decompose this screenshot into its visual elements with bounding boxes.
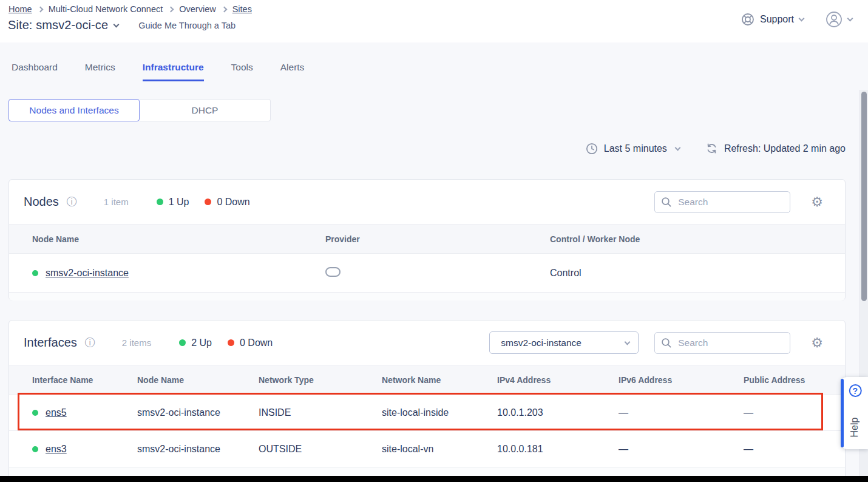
- main-tabs: Dashboard Metrics Infrastructure Tools A…: [12, 62, 304, 81]
- col-public-address: Public Address: [744, 375, 845, 385]
- chevron-down-icon: [799, 16, 805, 22]
- breadcrumb-overview[interactable]: Overview: [179, 4, 215, 14]
- node-name-link[interactable]: smsv2-oci-instance: [46, 268, 129, 279]
- search-icon: [661, 338, 672, 348]
- breadcrumb-home[interactable]: Home: [8, 4, 32, 14]
- interfaces-status-summary: 2 Up 0 Down: [179, 338, 273, 348]
- interfaces-down-count: 0 Down: [240, 338, 273, 348]
- sub-tabs: Nodes and Interfaces DHCP: [8, 99, 271, 121]
- oracle-provider-icon: [325, 267, 341, 277]
- guide-me-link[interactable]: Guide Me Through a Tab: [138, 21, 236, 30]
- node-status-dot: [32, 270, 38, 276]
- tab-infrastructure[interactable]: Infrastructure: [143, 62, 204, 81]
- cell-ipv6: —: [619, 407, 744, 418]
- chevron-right-icon: [37, 7, 43, 13]
- interface-name-link[interactable]: ens3: [46, 444, 67, 455]
- interface-status-dot: [32, 410, 38, 416]
- col-provider: Provider: [325, 234, 550, 244]
- subtab-dhcp[interactable]: DHCP: [140, 99, 271, 121]
- cell-node-name: smsv2-oci-instance: [137, 444, 259, 455]
- refresh-toolbar: Last 5 minutes Refresh: Updated 2 min ag…: [586, 142, 846, 155]
- cell-public: —: [744, 407, 845, 418]
- title-row: Site: smsv2-oci-ce Guide Me Through a Ta…: [8, 18, 236, 32]
- down-status-dot: [228, 339, 234, 346]
- node-role-value: Control: [550, 268, 845, 279]
- up-status-dot: [157, 199, 163, 205]
- cell-network-name: site-local-inside: [382, 407, 497, 418]
- time-range-value: Last 5 minutes: [604, 143, 667, 154]
- account-menu[interactable]: [826, 11, 852, 28]
- info-icon[interactable]: ⓘ: [67, 195, 77, 209]
- refresh-icon: [705, 142, 718, 155]
- node-filter-dropdown[interactable]: smsv2-oci-instance: [489, 331, 639, 354]
- nodes-table-header: Node Name Provider Control / Worker Node: [9, 224, 845, 253]
- nodes-down-count: 0 Down: [217, 197, 249, 208]
- breadcrumb-sites[interactable]: Sites: [232, 4, 252, 14]
- interfaces-title: Interfaces: [24, 336, 77, 350]
- support-label: Support: [760, 14, 794, 25]
- interfaces-settings-gear-icon[interactable]: ⚙: [811, 336, 823, 350]
- app-root: Home Multi-Cloud Network Connect Overvie…: [0, 0, 868, 482]
- interface-status-dot: [32, 446, 38, 452]
- header-actions: Support: [741, 11, 852, 28]
- col-node-name: Node Name: [32, 234, 325, 244]
- nodes-item-count: 1 item: [104, 197, 129, 207]
- cell-public: —: [744, 444, 845, 455]
- col-node-name: Node Name: [137, 375, 259, 385]
- cell-network-type: INSIDE: [259, 407, 382, 418]
- cell-network-type: OUTSIDE: [259, 444, 382, 455]
- nodes-search-input[interactable]: [677, 196, 774, 208]
- user-avatar-icon: [826, 11, 843, 28]
- col-network-name: Network Name: [382, 375, 497, 385]
- col-control-worker: Control / Worker Node: [550, 234, 845, 244]
- page-header: Home Multi-Cloud Network Connect Overvie…: [0, 0, 868, 42]
- nodes-search-box[interactable]: [654, 191, 790, 213]
- page-title: Site: smsv2-oci-ce: [8, 18, 108, 32]
- lifebuoy-icon: [741, 13, 754, 26]
- nodes-settings-gear-icon[interactable]: ⚙: [811, 195, 823, 209]
- breadcrumb-mcn[interactable]: Multi-Cloud Network Connect: [49, 4, 163, 14]
- nodes-table-row: smsv2-oci-instance Control: [9, 253, 845, 292]
- time-range-selector[interactable]: Last 5 minutes: [586, 143, 680, 155]
- help-accent-bar: [841, 379, 844, 447]
- subtab-nodes-and-interfaces[interactable]: Nodes and Interfaces: [8, 99, 140, 121]
- interfaces-search-input[interactable]: [677, 337, 774, 349]
- cell-network-name: site-local-vn: [382, 444, 497, 455]
- tab-metrics[interactable]: Metrics: [85, 62, 115, 81]
- refresh-button[interactable]: Refresh: Updated 2 min ago: [705, 142, 846, 155]
- tab-dashboard[interactable]: Dashboard: [12, 62, 58, 81]
- search-icon: [661, 197, 672, 208]
- nodes-table-footer: [9, 292, 845, 300]
- chevron-down-icon: [625, 339, 631, 345]
- node-filter-value: smsv2-oci-instance: [501, 338, 581, 348]
- chevron-right-icon: [168, 7, 174, 13]
- info-icon[interactable]: ⓘ: [85, 336, 95, 350]
- help-tab[interactable]: ? Help: [841, 377, 868, 449]
- tab-alerts[interactable]: Alerts: [280, 62, 305, 81]
- tab-tools[interactable]: Tools: [231, 62, 253, 81]
- interfaces-search-box[interactable]: [654, 332, 790, 354]
- interface-name-link[interactable]: ens5: [46, 407, 67, 418]
- help-label: Help: [849, 418, 860, 438]
- col-ipv6-address: IPv6 Address: [619, 375, 744, 385]
- chevron-down-icon: [847, 16, 853, 22]
- cell-ipv4: 10.0.0.181: [497, 444, 619, 455]
- nodes-up-count: 1 Up: [169, 197, 189, 208]
- col-network-type: Network Type: [259, 375, 382, 385]
- question-mark-icon: ?: [849, 384, 861, 397]
- site-dropdown-chevron-icon[interactable]: [114, 21, 120, 27]
- vertical-scrollbar-thumb[interactable]: [861, 92, 867, 301]
- interfaces-panel: Interfaces ⓘ 2 items 2 Up 0 Down smsv2-o…: [8, 320, 846, 479]
- down-status-dot: [205, 199, 211, 205]
- interfaces-table-header: Interface Name Node Name Network Type Ne…: [9, 365, 845, 394]
- support-menu[interactable]: Support: [741, 13, 804, 26]
- nodes-panel-header: Nodes ⓘ 1 item 1 Up 0 Down ⚙: [9, 180, 845, 224]
- cell-ipv4: 10.0.1.203: [497, 407, 619, 418]
- refresh-status-text: Refresh: Updated 2 min ago: [724, 143, 846, 154]
- interfaces-panel-header: Interfaces ⓘ 2 items 2 Up 0 Down smsv2-o…: [9, 321, 845, 365]
- col-ipv4-address: IPv4 Address: [497, 375, 619, 385]
- cell-ipv6: —: [619, 444, 744, 455]
- chevron-right-icon: [221, 7, 227, 13]
- breadcrumb: Home Multi-Cloud Network Connect Overvie…: [8, 4, 252, 14]
- col-interface-name: Interface Name: [32, 375, 137, 385]
